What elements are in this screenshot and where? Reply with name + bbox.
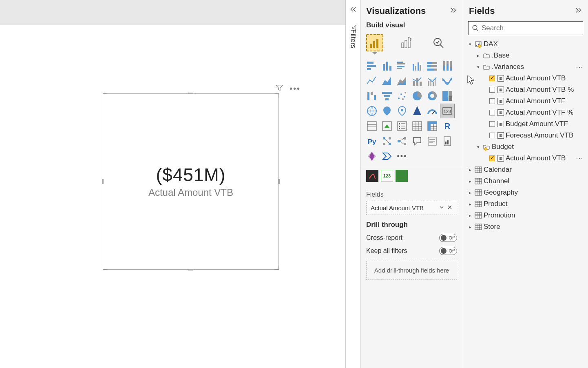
table-calendar[interactable]: ▸Calendar xyxy=(465,164,586,175)
line-column-icon[interactable] xyxy=(410,73,424,88)
funnel-chart-icon[interactable] xyxy=(380,89,394,103)
field-well[interactable]: Actual Amount VTB xyxy=(366,201,457,215)
ribbon-chart-icon[interactable] xyxy=(440,73,455,88)
map-icon[interactable] xyxy=(365,104,379,118)
clustered-column-icon[interactable] xyxy=(410,58,424,73)
search-box[interactable] xyxy=(468,21,583,35)
resize-handle[interactable] xyxy=(102,179,104,184)
more-icon[interactable]: ••• xyxy=(290,84,301,93)
folder-base[interactable]: ▸ .Base xyxy=(465,50,586,61)
waterfall-icon[interactable] xyxy=(365,89,379,103)
svg-point-103 xyxy=(473,25,477,30)
hundred-column-icon[interactable] xyxy=(440,58,455,73)
resize-handle[interactable] xyxy=(275,93,279,98)
treemap-icon[interactable] xyxy=(440,89,455,103)
custom-visual-3[interactable] xyxy=(396,170,408,182)
checkbox[interactable] xyxy=(489,98,495,104)
filled-map-icon[interactable] xyxy=(380,104,394,118)
field-item[interactable]: ▦Actual Amount VTF % xyxy=(465,107,586,118)
power-automate-icon[interactable] xyxy=(380,149,394,164)
kpi-icon[interactable] xyxy=(380,119,394,133)
checkbox[interactable] xyxy=(489,87,495,93)
gauge-icon[interactable] xyxy=(425,104,440,118)
expand-right-icon[interactable] xyxy=(450,7,457,16)
table-channel[interactable]: ▸Channel xyxy=(465,175,586,187)
resize-handle[interactable] xyxy=(188,269,193,270)
chevron-down-icon[interactable] xyxy=(439,204,444,211)
keep-filters-toggle[interactable]: Off xyxy=(439,247,457,255)
field-item[interactable]: ▦Actual Amount VTB xyxy=(465,153,586,164)
field-item[interactable]: ▦Forecast Amount VTB xyxy=(465,130,586,141)
collapse-left-icon[interactable] xyxy=(349,6,357,15)
resize-handle[interactable] xyxy=(103,266,107,270)
table-geography[interactable]: ▸Geography xyxy=(465,187,586,198)
field-item[interactable]: ▦Actual Amount VTF xyxy=(465,95,586,107)
table-store[interactable]: ▸Store xyxy=(465,221,586,233)
paginated-report-icon[interactable] xyxy=(440,134,455,149)
r-visual-icon[interactable]: R xyxy=(440,119,455,133)
key-influencers-icon[interactable] xyxy=(380,134,394,149)
table-promotion[interactable]: ▸Promotion xyxy=(465,210,586,221)
azure-map-icon[interactable] xyxy=(395,104,409,118)
table-product[interactable]: ▸Product xyxy=(465,198,586,210)
folder-icon xyxy=(483,52,490,59)
custom-visual-1[interactable] xyxy=(366,170,378,182)
arcgis-map-icon[interactable] xyxy=(410,104,424,118)
matrix-icon[interactable] xyxy=(425,119,440,133)
qa-visual-icon[interactable] xyxy=(410,134,424,149)
resize-handle[interactable] xyxy=(188,93,193,94)
card-visual[interactable]: ($451M) Actual Amount VTB xyxy=(103,93,279,270)
checkbox[interactable] xyxy=(489,133,495,138)
custom-visual-2[interactable]: 123 xyxy=(381,170,393,182)
svg-point-48 xyxy=(404,96,405,98)
analytics-tab[interactable] xyxy=(430,34,447,51)
clustered-bar-icon[interactable] xyxy=(395,58,409,73)
resize-handle[interactable] xyxy=(103,93,107,98)
drill-through-drop-area[interactable]: Add drill-through fields here xyxy=(366,261,457,280)
folder-variances[interactable]: ▾ .Variances xyxy=(465,61,586,73)
expand-right-icon[interactable] xyxy=(575,7,582,16)
table-icon[interactable] xyxy=(410,119,424,133)
field-item[interactable]: ▦Actual Amount VTB % xyxy=(465,84,586,95)
stacked-bar-icon[interactable] xyxy=(365,58,379,73)
fields-title: Fields xyxy=(469,6,495,16)
measure-icon: ▦ xyxy=(497,98,504,104)
resize-handle[interactable] xyxy=(278,179,280,184)
folder-budget[interactable]: ▾ Budget xyxy=(465,141,586,153)
python-visual-icon[interactable]: Py xyxy=(365,134,379,149)
power-apps-icon[interactable] xyxy=(365,149,379,164)
format-tab[interactable] xyxy=(398,34,415,51)
field-item[interactable]: ▦Budget Amount VTF xyxy=(465,118,586,130)
table-icon xyxy=(475,212,482,219)
scatter-chart-icon[interactable] xyxy=(395,89,409,103)
filter-icon[interactable] xyxy=(275,83,284,94)
stacked-column-icon[interactable] xyxy=(380,58,394,73)
pie-chart-icon[interactable] xyxy=(410,89,424,103)
get-more-visuals-icon[interactable]: ••• xyxy=(395,149,409,164)
checkbox[interactable] xyxy=(489,155,495,161)
report-canvas[interactable]: ••• ($451M) Actual Amount VTB xyxy=(0,0,345,368)
filters-pane-collapsed[interactable]: Filters xyxy=(345,0,360,368)
area-chart-icon[interactable] xyxy=(380,73,394,88)
field-item[interactable]: ▦Actual Amount VTB xyxy=(465,73,586,84)
slicer-icon[interactable] xyxy=(395,119,409,133)
checkbox[interactable] xyxy=(489,121,495,127)
resize-handle[interactable] xyxy=(275,266,279,270)
svg-rect-24 xyxy=(431,65,437,67)
checkbox[interactable] xyxy=(489,110,495,115)
hundred-bar-icon[interactable] xyxy=(425,58,440,73)
checkbox[interactable] xyxy=(489,75,495,81)
donut-chart-icon[interactable] xyxy=(425,89,440,103)
table-dax[interactable]: ▾ DAX xyxy=(465,38,586,50)
line-clustered-icon[interactable] xyxy=(425,73,440,88)
build-tab[interactable] xyxy=(366,34,383,51)
decomposition-tree-icon[interactable] xyxy=(395,134,409,149)
smart-narrative-icon[interactable] xyxy=(425,134,440,149)
search-input[interactable] xyxy=(482,24,579,32)
line-chart-icon[interactable] xyxy=(365,73,379,88)
card-icon[interactable]: 123 xyxy=(440,104,455,118)
multi-row-card-icon[interactable] xyxy=(365,119,379,133)
stacked-area-icon[interactable] xyxy=(395,73,409,88)
remove-field-icon[interactable] xyxy=(447,204,453,211)
cross-report-toggle[interactable]: Off xyxy=(439,234,457,242)
